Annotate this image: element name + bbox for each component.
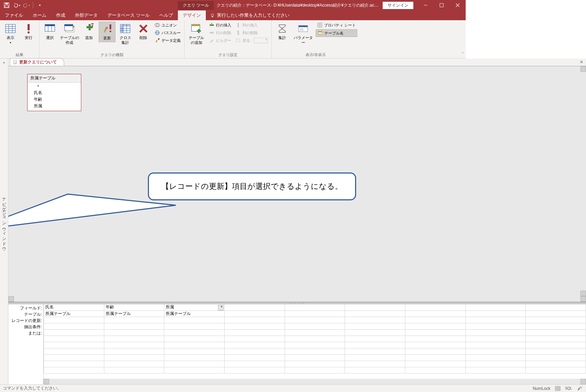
tab-database-tools[interactable]: データベース ツール xyxy=(103,10,155,20)
grid-cell[interactable] xyxy=(405,310,465,314)
window-title: クエリの紹介：データベース- D:¥HUserdata¥desktop¥Acce… xyxy=(214,2,381,8)
svg-rect-57 xyxy=(236,39,240,42)
signin-button[interactable]: サインイン xyxy=(383,2,413,9)
row-label-table: テーブル: xyxy=(8,311,42,314)
navigation-pane-collapsed[interactable]: » ナビゲーション ウィンドウ xyxy=(0,59,8,314)
append-button[interactable]: 追加 xyxy=(81,22,97,41)
tab-external-data[interactable]: 外部データ xyxy=(70,10,103,20)
table-pane[interactable]: 所属テーブル * 氏名 年齢 所属 【レコードの更新】項目が選択できるようになる… xyxy=(8,66,466,302)
append-icon xyxy=(83,23,95,34)
horizontal-scrollbar[interactable] xyxy=(8,296,466,302)
close-button[interactable] xyxy=(450,0,466,10)
grid-cell[interactable]: 年齢 xyxy=(104,304,164,310)
wand-icon xyxy=(209,38,215,43)
collapse-ribbon-button[interactable]: ˇ xyxy=(462,52,464,57)
return-icon xyxy=(235,38,241,43)
minimize-button[interactable] xyxy=(418,0,434,10)
union-icon xyxy=(155,22,160,28)
select-query-button[interactable]: 選択 xyxy=(42,22,58,41)
tell-me-search[interactable]: 実行したい作業を入力してください xyxy=(206,12,294,18)
property-sheet-button[interactable]: プロパティ シート xyxy=(316,22,357,29)
delete-x-icon xyxy=(138,23,149,34)
delete-row-icon xyxy=(209,30,215,36)
svg-rect-29 xyxy=(110,24,111,29)
grid-cells[interactable]: 氏名 年齢 所属 所属テーブル 所属テーブル 所属テーブル xyxy=(43,304,466,314)
grid-cell[interactable] xyxy=(465,310,466,314)
undo-button[interactable]: ▾ xyxy=(13,1,20,9)
grid-cell[interactable] xyxy=(224,310,285,314)
svg-rect-1 xyxy=(5,3,8,5)
make-table-button[interactable]: テーブルの 作成 xyxy=(60,22,79,47)
delete-col-button: 列の削除 xyxy=(234,29,269,36)
query-tab[interactable]: 更新クエリについて xyxy=(10,58,64,66)
svg-rect-50 xyxy=(210,24,214,26)
grid-cell[interactable]: 所属テーブル xyxy=(164,310,225,314)
union-button[interactable]: ユニオン xyxy=(153,22,182,29)
insert-col-button: 列の挿入 xyxy=(234,22,269,29)
datasheet-icon xyxy=(5,23,16,34)
grid-cell[interactable] xyxy=(465,304,466,310)
table-field[interactable]: 所属 xyxy=(28,103,81,109)
grid-cell[interactable] xyxy=(345,310,405,314)
delete-query-button[interactable]: 削除 xyxy=(135,22,152,41)
delete-row-button: 行の削除 xyxy=(208,29,233,36)
svg-point-16 xyxy=(28,31,30,33)
grid-cell[interactable]: 所属テーブル xyxy=(44,310,104,314)
make-table-icon xyxy=(64,23,75,34)
property-icon xyxy=(317,22,323,28)
grid-cell-dropdown[interactable]: 所属 xyxy=(164,304,225,310)
insert-row-icon xyxy=(209,22,215,28)
row-label-field: フィールド: xyxy=(8,305,42,311)
table-field-star[interactable]: * xyxy=(28,84,81,90)
svg-rect-2 xyxy=(5,6,8,7)
svg-rect-47 xyxy=(191,24,200,26)
tab-create[interactable]: 作成 xyxy=(51,10,70,20)
grid-cell[interactable] xyxy=(345,304,405,310)
query-design-window: 更新クエリについて ✕ 所属テーブル * 氏名 年齢 所属 xyxy=(8,59,466,314)
svg-rect-49 xyxy=(197,30,201,32)
svg-text:[?]: [?] xyxy=(300,28,303,31)
data-definition-button[interactable]: データ定義 xyxy=(153,37,182,44)
grid-cell[interactable]: 氏名 xyxy=(44,304,104,310)
datadef-icon xyxy=(155,38,160,43)
run-button[interactable]: 実行 xyxy=(20,22,37,41)
grid-cell[interactable] xyxy=(285,310,345,314)
svg-point-7 xyxy=(211,14,213,16)
svg-rect-24 xyxy=(65,24,73,26)
add-table-button[interactable]: テーブル の追加 xyxy=(187,22,206,47)
totals-button[interactable]: 集計 xyxy=(274,22,291,41)
redo-button[interactable]: ▾ xyxy=(22,1,30,9)
update-icon xyxy=(102,23,113,34)
qat-customize-button[interactable]: ▾ xyxy=(36,1,44,9)
lightbulb-icon xyxy=(210,13,215,18)
tab-help[interactable]: ヘルプ xyxy=(155,10,178,20)
parameters-button[interactable]: [?]パラメーター xyxy=(292,22,314,47)
design-grid: フィールド: テーブル: レコードの更新: 抽出条件: または: 氏名 年齢 所… xyxy=(8,304,466,314)
crosstab-button[interactable]: クロス 集計 xyxy=(117,22,134,47)
tab-file[interactable]: ファイル xyxy=(0,10,28,20)
grid-cell[interactable]: 所属テーブル xyxy=(104,310,164,314)
ribbon-group-query-setup: テーブル の追加 行の挿入 行の削除 ビルダー 列の挿入 列の削除 戻る:▾ ク… xyxy=(185,20,272,58)
update-button[interactable]: 更新 xyxy=(99,22,115,42)
table-field[interactable]: 氏名 xyxy=(28,90,81,96)
ribbon: 表示▾ 実行 結果 選択 テーブルの 作成 追加 更新 クロス 集計 削除 ユニ… xyxy=(0,20,466,59)
grid-cell[interactable] xyxy=(285,304,345,310)
object-tabs: 更新クエリについて ✕ xyxy=(8,59,466,66)
view-button[interactable]: 表示▾ xyxy=(2,22,19,46)
window-controls xyxy=(418,0,466,10)
table-field-list[interactable]: 所属テーブル * 氏名 年齢 所属 xyxy=(27,74,81,111)
grid-cell[interactable] xyxy=(224,304,285,310)
insert-row-button[interactable]: 行の挿入 xyxy=(208,22,233,29)
ribbon-group-results: 表示▾ 実行 結果 xyxy=(0,20,39,58)
maximize-button[interactable] xyxy=(434,0,450,10)
tab-home[interactable]: ホーム xyxy=(28,10,51,20)
tab-design[interactable]: デザイン xyxy=(178,10,206,20)
tell-me-placeholder: 実行したい作業を入力してください xyxy=(217,12,290,18)
table-field[interactable]: 年齢 xyxy=(28,96,81,103)
grid-row-table: 所属テーブル 所属テーブル 所属テーブル xyxy=(44,310,466,314)
grid-cell[interactable] xyxy=(405,304,465,310)
save-button[interactable] xyxy=(3,1,10,9)
table-names-button[interactable]: xyzテーブル名 xyxy=(316,29,357,37)
svg-rect-8 xyxy=(212,16,213,17)
passthrough-button[interactable]: パススルー xyxy=(153,29,182,36)
